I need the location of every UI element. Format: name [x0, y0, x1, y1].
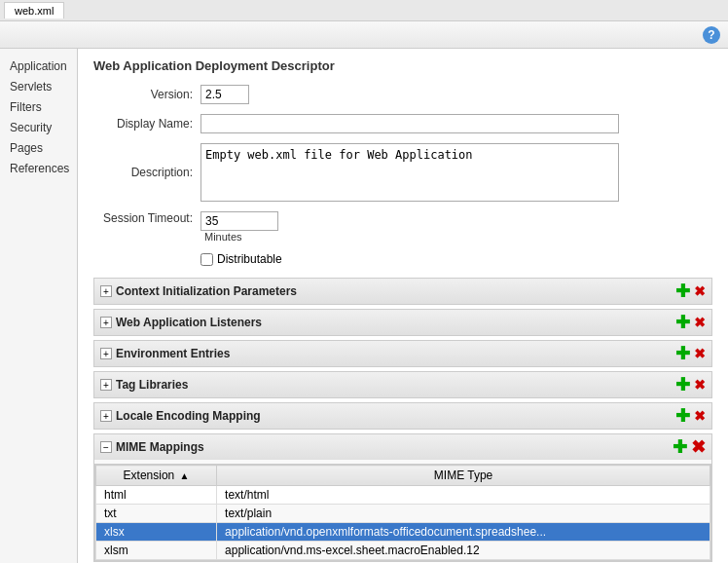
main-container: Application Servlets Filters Security Pa… — [0, 49, 728, 563]
table-row[interactable]: xlsmapplication/vnd.ms-excel.sheet.macro… — [96, 542, 710, 560]
page-title: Web Application Deployment Descriptor — [93, 58, 712, 73]
context-init-add-button[interactable]: ✚ — [675, 282, 690, 300]
distributable-row: Distributable — [93, 252, 712, 266]
locale-encoding-header[interactable]: + Locale Encoding Mapping ✚ ✖ — [94, 403, 711, 429]
help-button[interactable]: ? — [703, 26, 720, 44]
tag-libraries-panel: + Tag Libraries ✚ ✖ — [93, 371, 712, 398]
context-init-remove-button[interactable]: ✖ — [694, 284, 706, 298]
version-input[interactable] — [200, 85, 249, 104]
mime-table: Extension ▲ MIME Type htmltext/htmltxtte… — [95, 465, 710, 560]
environment-entries-label: Environment Entries — [116, 347, 675, 360]
tag-libraries-label: Tag Libraries — [116, 378, 675, 392]
version-label: Version: — [93, 88, 200, 101]
tag-libraries-remove-button[interactable]: ✖ — [694, 378, 706, 392]
table-row[interactable]: txttext/plain — [96, 505, 710, 523]
content-area: Web Application Deployment Descriptor Ve… — [78, 49, 728, 563]
distributable-label: Distributable — [217, 252, 282, 266]
mime-mappings-header[interactable]: − MIME Mappings ✚ ✖ — [94, 434, 711, 460]
expand-icon[interactable]: + — [100, 285, 112, 297]
locale-encoding-label: Locale Encoding Mapping — [116, 409, 675, 423]
context-init-panel: + Context Initialization Parameters ✚ ✖ — [93, 278, 712, 305]
expand-icon[interactable]: + — [100, 379, 112, 391]
expand-icon[interactable]: + — [100, 348, 112, 359]
sidebar-item-application[interactable]: Application — [4, 56, 73, 76]
description-label: Description: — [93, 166, 200, 179]
session-timeout-input[interactable] — [200, 211, 278, 231]
expand-icon[interactable]: + — [100, 317, 112, 328]
locale-encoding-panel: + Locale Encoding Mapping ✚ ✖ — [93, 402, 712, 430]
web-app-listeners-header[interactable]: + Web Application Listeners ✚ ✖ — [94, 310, 711, 335]
version-row: Version: — [93, 85, 712, 104]
session-timeout-row: Session Timeout: Minutes — [93, 211, 712, 243]
sidebar-item-servlets[interactable]: Servlets — [4, 77, 73, 96]
mime-type-column-header: MIME Type — [217, 466, 710, 486]
distributable-checkbox[interactable] — [200, 253, 213, 266]
tag-libraries-header[interactable]: + Tag Libraries ✚ ✖ — [94, 372, 711, 397]
extension-column-header: Extension ▲ — [96, 466, 217, 486]
mime-type-cell: text/plain — [217, 505, 710, 523]
mime-mappings-label: MIME Mappings — [116, 440, 673, 454]
sidebar-item-references[interactable]: References — [4, 159, 73, 178]
toolbar: ? — [0, 21, 728, 49]
table-row[interactable]: xlsxapplication/vnd.openxmlformats-offic… — [96, 523, 710, 542]
extension-cell: txt — [96, 505, 217, 523]
help-icon: ? — [708, 28, 714, 42]
display-name-input[interactable] — [200, 114, 619, 133]
environment-entries-add-button[interactable]: ✚ — [675, 345, 690, 362]
display-name-label: Display Name: — [93, 117, 200, 131]
mime-mappings-panel: − MIME Mappings ✚ ✖ Extension ▲ — [93, 433, 712, 562]
web-app-listeners-remove-button[interactable]: ✖ — [694, 316, 706, 329]
sort-arrow-icon: ▲ — [180, 470, 190, 481]
sidebar-item-filters[interactable]: Filters — [4, 97, 73, 117]
extension-cell: xlsx — [96, 523, 217, 542]
context-init-label: Context Initialization Parameters — [116, 284, 675, 298]
title-bar: web.xml — [0, 0, 728, 21]
expand-icon[interactable]: − — [100, 441, 112, 453]
description-row: Description: Empty web.xml file for Web … — [93, 143, 712, 202]
context-init-header[interactable]: + Context Initialization Parameters ✚ ✖ — [94, 279, 711, 304]
description-textarea[interactable]: Empty web.xml file for Web Application — [200, 143, 619, 202]
environment-entries-remove-button[interactable]: ✖ — [694, 347, 706, 360]
display-name-row: Display Name: — [93, 114, 712, 133]
web-app-listeners-label: Web Application Listeners — [116, 316, 675, 329]
mime-type-cell: application/vnd.ms-excel.sheet.macroEnab… — [217, 542, 710, 560]
locale-encoding-remove-button[interactable]: ✖ — [694, 409, 706, 423]
extension-cell: html — [96, 486, 217, 505]
sidebar: Application Servlets Filters Security Pa… — [0, 49, 78, 563]
expand-icon[interactable]: + — [100, 410, 112, 422]
locale-encoding-add-button[interactable]: ✚ — [675, 407, 690, 425]
tag-libraries-add-button[interactable]: ✚ — [675, 376, 690, 394]
mime-table-container: Extension ▲ MIME Type htmltext/htmltxtte… — [94, 464, 711, 561]
environment-entries-panel: + Environment Entries ✚ ✖ — [93, 340, 712, 367]
sidebar-item-security[interactable]: Security — [4, 118, 73, 137]
session-timeout-label: Session Timeout: — [93, 211, 200, 225]
web-app-listeners-panel: + Web Application Listeners ✚ ✖ — [93, 309, 712, 336]
web-app-listeners-add-button[interactable]: ✚ — [675, 314, 690, 331]
mime-mappings-add-button[interactable]: ✚ — [673, 438, 687, 456]
minutes-label: Minutes — [204, 231, 278, 243]
mime-type-cell: text/html — [217, 486, 710, 505]
extension-cell: xlsm — [96, 542, 217, 560]
mime-mappings-remove-button[interactable]: ✖ — [691, 438, 706, 456]
mime-type-cell: application/vnd.openxmlformats-officedoc… — [217, 523, 710, 542]
sidebar-item-pages[interactable]: Pages — [4, 138, 73, 158]
table-row[interactable]: htmltext/html — [96, 486, 710, 505]
environment-entries-header[interactable]: + Environment Entries ✚ ✖ — [94, 341, 711, 366]
file-tab[interactable]: web.xml — [4, 2, 64, 19]
tab-label: web.xml — [15, 5, 54, 17]
